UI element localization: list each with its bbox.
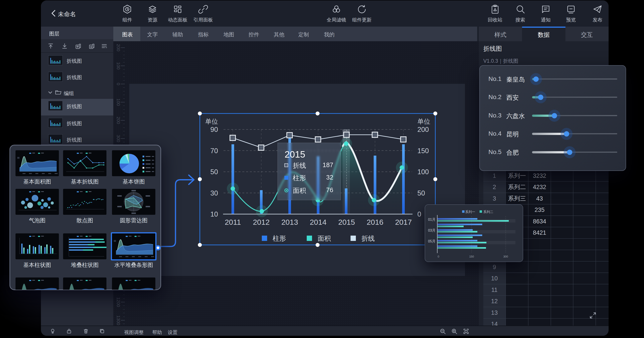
- svg-text:150: 150: [469, 255, 474, 258]
- svg-text:03月: 03月: [428, 229, 436, 232]
- svg-text:30: 30: [210, 189, 218, 197]
- svg-text:2016: 2016: [367, 218, 384, 226]
- svg-text:200: 200: [418, 126, 429, 133]
- svg-text:柱形: 柱形: [273, 235, 286, 242]
- svg-text:150: 150: [418, 147, 429, 155]
- svg-text:70: 70: [210, 147, 218, 155]
- svg-text:05月: 05月: [428, 239, 436, 243]
- svg-text:2012: 2012: [253, 218, 270, 226]
- svg-text:90: 90: [210, 126, 218, 133]
- svg-text:2015: 2015: [338, 218, 355, 226]
- svg-text:10: 10: [210, 210, 218, 218]
- svg-text:单位: 单位: [205, 118, 218, 125]
- svg-text:01月: 01月: [428, 218, 436, 221]
- svg-text:单位: 单位: [418, 118, 430, 125]
- svg-text:系列一: 系列一: [465, 210, 475, 214]
- svg-text:0: 0: [418, 210, 421, 218]
- svg-text:2011: 2011: [225, 218, 241, 226]
- svg-text:50: 50: [418, 189, 425, 197]
- svg-text:系列二: 系列二: [483, 210, 493, 214]
- svg-text:50: 50: [210, 168, 218, 176]
- svg-text:100: 100: [418, 168, 429, 176]
- svg-text:300: 300: [503, 255, 508, 258]
- svg-text:折线: 折线: [362, 235, 375, 242]
- svg-text:0: 0: [438, 255, 439, 258]
- svg-text:2013: 2013: [281, 218, 298, 226]
- svg-text:2017: 2017: [395, 218, 412, 226]
- svg-text:面积: 面积: [318, 235, 331, 242]
- svg-text:2014: 2014: [310, 218, 327, 226]
